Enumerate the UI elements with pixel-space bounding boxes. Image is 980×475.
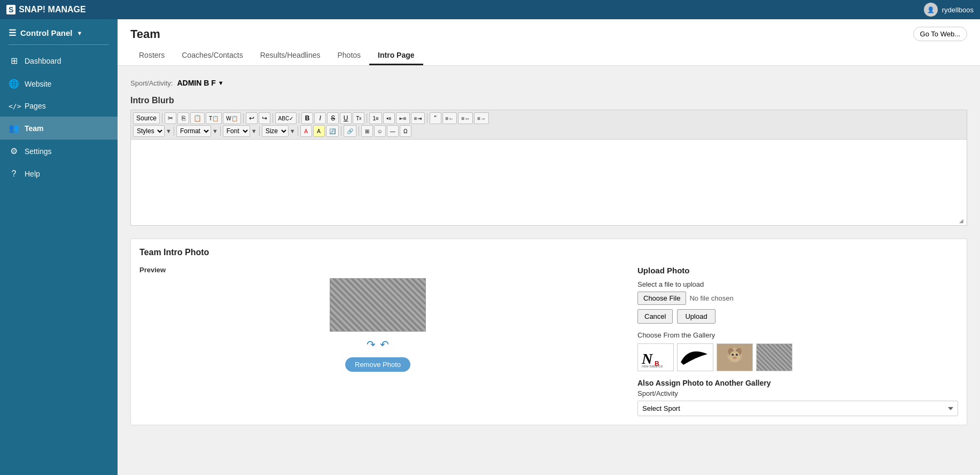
unordered-list-button[interactable]: •≡ bbox=[383, 112, 395, 124]
tab-results[interactable]: Results/Headlines bbox=[252, 47, 329, 65]
underline-button[interactable]: U bbox=[340, 112, 352, 124]
sidebar-item-settings[interactable]: ⚙ Settings bbox=[0, 140, 118, 163]
separator bbox=[273, 113, 273, 123]
file-input-row: Choose File No file chosen bbox=[637, 292, 958, 305]
content-area: Team Go To Web... Rosters Coaches/Contac… bbox=[118, 19, 980, 475]
svg-point-10 bbox=[733, 357, 737, 359]
topbar: S SNAP! MANAGE 👤 rydellboos bbox=[0, 0, 980, 19]
toolbar-row-2: Styles ▼ Format ▼ Font ▼ bbox=[133, 125, 965, 137]
main-layout: ☰ Control Panel ▼ ⊞ Dashboard 🌐 Website … bbox=[0, 19, 980, 475]
sidebar-item-website[interactable]: 🌐 Website bbox=[0, 72, 118, 95]
svg-point-7 bbox=[729, 351, 740, 361]
table-button[interactable]: ⊞ bbox=[361, 125, 373, 137]
tab-intro-page[interactable]: Intro Page bbox=[369, 47, 423, 65]
font-select[interactable]: Font bbox=[223, 125, 250, 137]
format-chevron-icon: ▼ bbox=[212, 128, 218, 134]
sidebar-control-panel[interactable]: ☰ Control Panel ▼ bbox=[0, 19, 118, 42]
svg-text:new balance: new balance bbox=[642, 364, 663, 368]
special-char-button[interactable]: Ω bbox=[400, 125, 411, 137]
upload-section: Upload Photo Select a file to upload Cho… bbox=[637, 266, 958, 416]
topbar-right: 👤 rydellboos bbox=[924, 3, 974, 17]
sidebar-item-dashboard[interactable]: ⊞ Dashboard bbox=[0, 49, 118, 72]
emoji-button[interactable]: ☺ bbox=[374, 125, 386, 137]
separator bbox=[162, 113, 162, 123]
link-button[interactable]: 🔗 bbox=[344, 125, 356, 137]
redo-button[interactable]: ↪ bbox=[259, 112, 270, 124]
sport-activity-value: ADMIN B F bbox=[177, 79, 215, 87]
italic-button[interactable]: I bbox=[314, 112, 326, 124]
align-right-button[interactable]: ≡→ bbox=[474, 112, 489, 124]
sidebar-item-pages[interactable]: </> Pages bbox=[0, 95, 118, 117]
horizontal-rule-button[interactable]: — bbox=[387, 125, 399, 137]
editor-toolbar: Source ✂ ⎘ 📋 T📋 W📋 ↩ ↪ ABC✓ B bbox=[131, 110, 967, 140]
remove-photo-button[interactable]: Remove Photo bbox=[345, 357, 410, 372]
strikethrough-button[interactable]: S bbox=[327, 112, 339, 124]
separator bbox=[174, 126, 174, 136]
tab-rosters[interactable]: Rosters bbox=[130, 47, 173, 65]
go-to-web-button[interactable]: Go To Web... bbox=[913, 27, 967, 41]
styles-label: ▼ bbox=[166, 128, 172, 134]
size-chevron-icon: ▼ bbox=[290, 128, 295, 134]
align-left-button[interactable]: ≡← bbox=[442, 112, 457, 124]
subscript-button[interactable]: Tx bbox=[353, 112, 364, 124]
svg-point-8 bbox=[732, 354, 734, 356]
align-center-button[interactable]: ≡↔ bbox=[458, 112, 473, 124]
gallery-thumb-dog[interactable] bbox=[717, 343, 753, 371]
gallery-thumb-nike[interactable] bbox=[677, 343, 713, 371]
upload-title: Upload Photo bbox=[637, 266, 958, 275]
upload-button[interactable]: Upload bbox=[677, 309, 715, 324]
format-select[interactable]: Format bbox=[176, 125, 211, 137]
copy-button[interactable]: ⎘ bbox=[177, 112, 189, 124]
separator bbox=[427, 113, 427, 123]
preview-section: Preview ↷ ↶ Remove Photo bbox=[139, 266, 616, 416]
bold-button[interactable]: B bbox=[301, 112, 313, 124]
paste-button[interactable]: 📋 bbox=[190, 112, 205, 124]
sidebar-item-team[interactable]: 👥 Team bbox=[0, 117, 118, 140]
remove-format-button[interactable]: 🔄 bbox=[326, 125, 339, 137]
app-logo: S SNAP! MANAGE bbox=[6, 5, 86, 14]
assign-sport-activity-label: Sport/Activity bbox=[637, 389, 958, 397]
blockquote-button[interactable]: " bbox=[430, 112, 441, 124]
undo-button[interactable]: ↩ bbox=[246, 112, 258, 124]
separator bbox=[367, 113, 367, 123]
resize-handle[interactable]: ◢ bbox=[959, 218, 966, 224]
cut-button[interactable]: ✂ bbox=[165, 112, 176, 124]
editor-body[interactable]: ◢ bbox=[131, 140, 967, 225]
sidebar-item-label: Settings bbox=[25, 147, 52, 156]
indent-more-button[interactable]: ≡⇥ bbox=[411, 112, 425, 124]
gallery-images: N B new balance bbox=[637, 343, 958, 371]
preview-image bbox=[330, 278, 426, 332]
settings-icon: ⚙ bbox=[9, 146, 19, 156]
separator bbox=[220, 126, 221, 136]
sport-chevron-icon: ▼ bbox=[218, 80, 224, 86]
tab-photos[interactable]: Photos bbox=[329, 47, 369, 65]
nike-logo-svg bbox=[678, 343, 712, 371]
ordered-list-button[interactable]: 1≡ bbox=[369, 112, 382, 124]
bg-color-button[interactable]: A bbox=[313, 125, 325, 137]
paste-text-button[interactable]: T📋 bbox=[206, 112, 222, 124]
tab-coaches[interactable]: Coaches/Contacts bbox=[173, 47, 251, 65]
gallery-thumb-nb[interactable]: N B new balance bbox=[637, 343, 674, 371]
source-button[interactable]: Source bbox=[133, 112, 160, 124]
rotate-right-icon[interactable]: ↷ bbox=[367, 338, 376, 351]
indent-less-button[interactable]: ⇤≡ bbox=[396, 112, 410, 124]
select-sport-dropdown[interactable]: Select Sport bbox=[637, 401, 958, 416]
svg-point-9 bbox=[736, 354, 738, 356]
spellcheck-button[interactable]: ABC✓ bbox=[275, 112, 297, 124]
cancel-button[interactable]: Cancel bbox=[637, 309, 673, 324]
website-icon: 🌐 bbox=[9, 79, 19, 89]
toolbar-row-1: Source ✂ ⎘ 📋 T📋 W📋 ↩ ↪ ABC✓ B bbox=[133, 112, 965, 124]
rotate-left-icon[interactable]: ↶ bbox=[380, 338, 389, 351]
size-select[interactable]: Size bbox=[262, 125, 289, 137]
intro-photo-title: Team Intro Photo bbox=[139, 248, 958, 257]
font-color-button[interactable]: A bbox=[300, 125, 312, 137]
separator bbox=[298, 126, 298, 136]
styles-select[interactable]: Styles bbox=[133, 125, 165, 137]
gallery-thumb-pattern[interactable] bbox=[756, 343, 792, 371]
sidebar-item-help[interactable]: ? Help bbox=[0, 163, 118, 185]
intro-photo-section: Team Intro Photo Preview ↷ ↶ Remove Phot… bbox=[130, 239, 967, 425]
nb-logo-svg: N B new balance bbox=[640, 347, 672, 368]
choose-file-button[interactable]: Choose File bbox=[637, 292, 686, 305]
paste-word-button[interactable]: W📋 bbox=[223, 112, 240, 124]
separator bbox=[299, 113, 299, 123]
